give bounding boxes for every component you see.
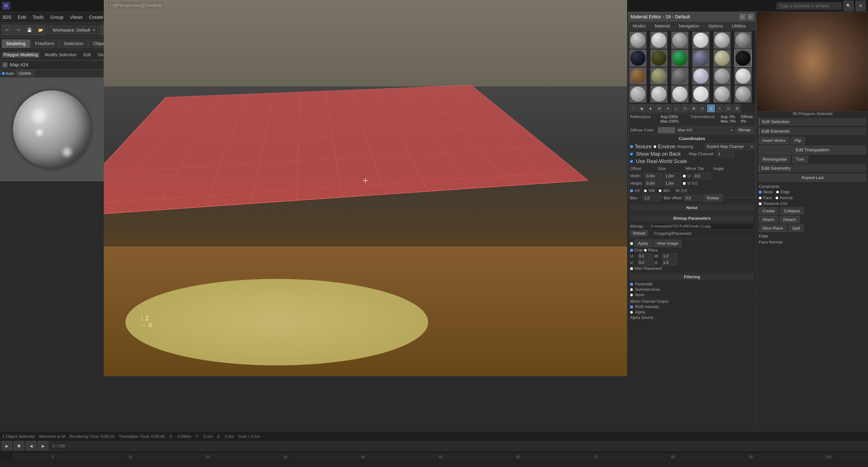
width-size-input[interactable] <box>664 173 681 179</box>
mat-thumb-13[interactable] <box>629 67 647 85</box>
mat-bump-icon[interactable]: ▨ <box>707 104 715 112</box>
options-icon[interactable]: ⚙ <box>856 1 866 11</box>
prev-frame-btn[interactable]: ◀ <box>26 441 36 451</box>
mat-thumb-7[interactable] <box>629 50 647 67</box>
height-size-input[interactable] <box>664 180 681 186</box>
menu-3ds[interactable]: 3DS <box>2 14 11 20</box>
summed-area-radio[interactable] <box>630 288 633 291</box>
mat-pick-icon[interactable]: ○ <box>629 104 637 112</box>
mat-thumb-4[interactable] <box>692 32 710 49</box>
after-placement-checkbox[interactable] <box>630 267 633 270</box>
repeat-last-btn[interactable]: Repeat Last <box>759 174 866 182</box>
vw-radio[interactable] <box>644 189 647 192</box>
wu-radio[interactable] <box>659 189 661 192</box>
apply-checkbox[interactable] <box>630 242 633 245</box>
bitmap-path-input[interactable] <box>649 223 754 229</box>
undo-btn[interactable]: ↩ <box>2 25 12 35</box>
create-btn[interactable]: Create <box>759 207 778 215</box>
mat-pick2-icon[interactable]: ◉ <box>638 104 646 112</box>
height-offset-input[interactable] <box>645 180 662 186</box>
mat-thumb-14[interactable] <box>650 67 668 85</box>
mat-minimize-btn[interactable]: — <box>740 14 746 20</box>
mat-thumb-19[interactable] <box>629 85 647 103</box>
menu-tools[interactable]: Tools <box>33 14 44 20</box>
rotate-btn[interactable]: Rotate <box>703 194 723 202</box>
mat-thumb-16[interactable] <box>692 67 710 85</box>
insert-vertex-btn[interactable]: Insert Vertex <box>759 137 789 144</box>
workspace-select[interactable]: Workspace: Default <box>50 26 96 34</box>
mat-tab-navigation[interactable]: Navigation <box>675 22 704 30</box>
diffuse-swatch[interactable] <box>658 127 675 133</box>
mat-grid-icon[interactable]: ⊞ <box>733 104 741 112</box>
mat-reset-icon[interactable]: ✕ <box>664 104 672 112</box>
mat-tab-utilities[interactable]: Utilities <box>728 22 750 30</box>
poly-btn-edit[interactable]: Edit <box>82 52 93 58</box>
save-btn[interactable]: 💾 <box>24 25 35 35</box>
reload-btn[interactable]: Reload <box>630 230 648 237</box>
menu-create[interactable]: Create <box>89 14 103 20</box>
update-btn[interactable]: Update <box>16 70 34 76</box>
uv-radio[interactable] <box>630 189 633 192</box>
apply-btn[interactable]: Apply <box>634 240 652 247</box>
next-frame-btn[interactable]: ▶ <box>38 441 49 451</box>
normal-constraint-radio[interactable] <box>775 196 778 200</box>
mat-close-btn[interactable]: × <box>747 14 753 20</box>
mat-thumb-5[interactable] <box>713 32 731 49</box>
face-constraint-radio[interactable] <box>759 196 762 200</box>
mat-thumb-15[interactable] <box>671 67 688 85</box>
edit-geometry-header[interactable]: Edit Geometry <box>759 164 866 172</box>
coord-mapping-select[interactable]: Explicit Map Channel <box>705 144 754 150</box>
mat-thumb-21[interactable] <box>671 85 688 103</box>
diffuse-map-select[interactable]: Map #24 <box>677 127 734 133</box>
mat-thumb-6[interactable] <box>734 32 752 49</box>
u-angle-input[interactable] <box>693 173 710 179</box>
retriangulate-btn[interactable]: Retriangulate <box>759 156 790 163</box>
mat-browse-icon[interactable]: ⊙ <box>699 104 706 112</box>
stop-btn[interactable]: ⏹ <box>14 441 24 451</box>
mat-put-scene-icon[interactable]: ⊞ <box>655 104 663 112</box>
width-offset-input[interactable] <box>645 173 662 179</box>
poly-btn-modify-selection[interactable]: Modify Selection <box>43 52 78 58</box>
mat-thumb-1[interactable] <box>629 32 647 49</box>
u-crop-input[interactable] <box>638 253 653 259</box>
noise-title[interactable]: Noise <box>630 205 754 211</box>
turn-btn[interactable]: Turn <box>792 156 808 163</box>
rgb-intensity-radio[interactable] <box>630 306 633 308</box>
edge-constraint-radio[interactable] <box>776 190 779 194</box>
mat-thumb-3[interactable] <box>671 32 688 49</box>
mat-view-icon[interactable]: ⊡ <box>724 104 732 112</box>
mat-thumb-24[interactable] <box>734 85 752 103</box>
mat-save-icon[interactable]: ⊡ <box>681 104 689 112</box>
soft-selection-header[interactable]: Soft Selection <box>759 118 866 126</box>
flip-btn[interactable]: Flip <box>791 137 805 144</box>
mat-thumb-11[interactable] <box>713 50 731 67</box>
tab-freeform[interactable]: Freeform <box>30 39 59 48</box>
mat-tab-material[interactable]: Material <box>650 22 675 30</box>
coord-texture-radio[interactable] <box>630 145 633 148</box>
mat-thumb-12[interactable] <box>734 50 752 67</box>
show-map-back-checkbox[interactable] <box>630 153 633 155</box>
edit-triangulation-btn[interactable]: Edit Triangulation <box>759 146 866 154</box>
menu-views[interactable]: Views <box>70 14 83 20</box>
tab-selection[interactable]: Selection <box>59 39 88 48</box>
mat-thumb-23[interactable] <box>713 85 731 103</box>
mat-thumb-8[interactable] <box>650 50 668 67</box>
auto-checkbox[interactable] <box>2 72 5 75</box>
attach-btn[interactable]: Attach <box>759 216 778 223</box>
redo-btn[interactable]: ↪ <box>13 25 23 35</box>
h-crop-input[interactable] <box>662 260 677 266</box>
slice-plane-btn[interactable]: Slice Plane <box>759 225 787 232</box>
none-constraint-radio[interactable] <box>759 190 762 194</box>
collapse-btn[interactable]: Collapse <box>780 207 804 215</box>
mat-material-icon[interactable]: ◈ <box>647 104 654 112</box>
mat-thumb-2[interactable] <box>650 32 668 49</box>
mat-tab-options[interactable]: Options <box>704 22 728 30</box>
tab-modeling[interactable]: Modeling <box>2 39 30 48</box>
mirror-u-checkbox[interactable] <box>683 175 686 178</box>
coord-environ-radio[interactable] <box>653 145 656 148</box>
mat-thumb-17[interactable] <box>713 67 731 85</box>
preserve-uvs-checkbox[interactable] <box>759 203 762 205</box>
viewport-3d[interactable]: [+][Perspective][Shaded] ↑ Z → X <box>104 0 627 376</box>
mat-copy-icon[interactable]: ⊠ <box>690 104 698 112</box>
pyramidal-radio[interactable] <box>630 283 633 286</box>
